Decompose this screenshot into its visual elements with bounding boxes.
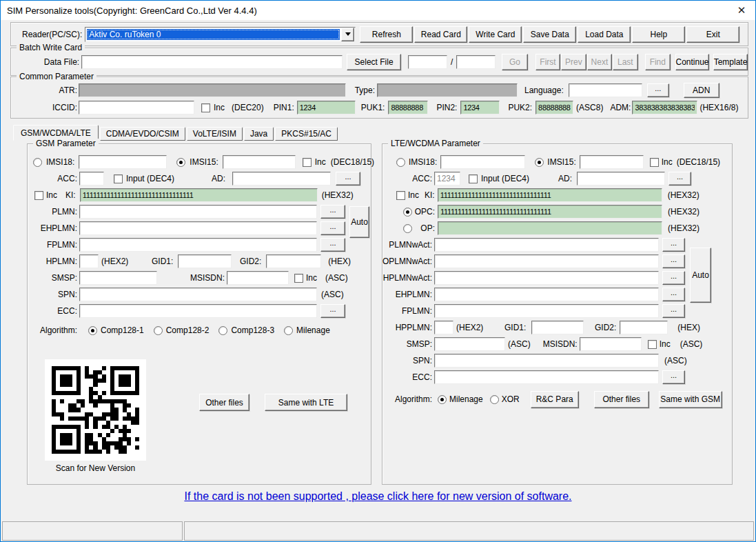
exit-button[interactable]: Exit [686, 26, 739, 43]
data-file-input[interactable] [81, 55, 343, 69]
lte-fplmn-browse-button[interactable]: ... [662, 304, 685, 318]
gsm-ehplmn-browse-button[interactable]: ... [320, 221, 345, 235]
lte-gid2-input[interactable] [620, 321, 668, 334]
adm-field[interactable] [632, 101, 697, 114]
pin1-field[interactable] [297, 101, 356, 114]
gsm-imsi18-radio[interactable] [33, 158, 42, 167]
lte-fplmn-input[interactable] [434, 304, 659, 318]
gsm-ad-input[interactable] [232, 172, 331, 185]
lte-hpplmn-input[interactable] [434, 321, 453, 334]
puk2-field[interactable] [535, 101, 573, 114]
language-browse-button[interactable]: ... [647, 83, 669, 97]
tab-java[interactable]: Java [244, 127, 274, 141]
reader-combobox[interactable]: Aktiv Co. ruToken 0 [85, 27, 356, 42]
lte-rc-para-button[interactable]: R&C Para [531, 391, 579, 408]
lte-op-input[interactable] [438, 221, 662, 235]
gsm-comp128-3-radio[interactable] [218, 326, 227, 335]
lte-plmnwact-browse-button[interactable]: ... [662, 238, 685, 252]
lte-hplmnwact-browse-button[interactable]: ... [662, 271, 685, 285]
gsm-msisdn-input[interactable] [227, 271, 289, 285]
next-button[interactable]: Next [587, 54, 612, 70]
gsm-imsi-inc-checkbox[interactable] [303, 158, 311, 167]
pin2-field[interactable] [460, 101, 500, 114]
footer-link[interactable]: If the card is not been supported , plea… [1, 490, 755, 503]
lte-ecc-input[interactable] [434, 370, 659, 384]
gsm-imsi15-input[interactable] [223, 155, 296, 169]
lte-msisdn-inc-checkbox[interactable] [648, 340, 657, 349]
help-button[interactable]: Help [632, 26, 685, 43]
first-button[interactable]: First [535, 54, 560, 70]
lte-acc-input[interactable] [434, 172, 460, 185]
save-data-button[interactable]: Save Data [523, 26, 576, 43]
load-data-button[interactable]: Load Data [578, 26, 631, 43]
gsm-spn-input[interactable] [79, 288, 317, 301]
iccid-input[interactable] [79, 101, 194, 114]
lte-spn-input[interactable] [434, 354, 659, 368]
refresh-button[interactable]: Refresh [360, 26, 413, 43]
lte-gid1-input[interactable] [531, 321, 584, 334]
adn-button[interactable]: ADN [684, 83, 719, 98]
gsm-ad-browse-button[interactable]: ... [336, 172, 360, 185]
continue-button[interactable]: Continue [675, 54, 709, 70]
gsm-ecc-input[interactable] [79, 304, 317, 318]
puk1-field[interactable] [388, 101, 428, 114]
find-button[interactable]: Find [645, 54, 671, 70]
page-current-input[interactable] [408, 55, 447, 69]
gsm-fplmn-browse-button[interactable]: ... [320, 238, 345, 252]
gsm-auto-button[interactable]: Auto [349, 206, 369, 238]
lte-ki-inc-checkbox[interactable] [396, 191, 405, 200]
gsm-ecc-browse-button[interactable]: ... [320, 304, 345, 318]
lte-xor-radio[interactable] [490, 395, 499, 404]
prev-button[interactable]: Prev [561, 54, 586, 70]
lte-hplmnwact-input[interactable] [434, 271, 659, 285]
gsm-acc-input[interactable] [79, 172, 104, 185]
gsm-plmn-input[interactable] [79, 205, 317, 219]
lte-same-with-gsm-button[interactable]: Same with GSM [659, 391, 722, 408]
lte-imsi15-radio[interactable] [535, 158, 544, 167]
lte-op-radio[interactable] [403, 224, 412, 233]
iccid-inc-checkbox[interactable] [201, 103, 210, 112]
tab-cdma-evdo-csim[interactable]: CDMA/EVDO/CSIM [100, 127, 185, 141]
lte-auto-button[interactable]: Auto [690, 248, 711, 303]
gsm-comp128-1-radio[interactable] [88, 326, 97, 335]
page-total-input[interactable] [456, 55, 496, 69]
gsm-ki-inc-checkbox[interactable] [34, 191, 43, 200]
lte-plmnwact-input[interactable] [434, 238, 659, 252]
chevron-down-icon[interactable] [341, 28, 354, 41]
last-button[interactable]: Last [613, 54, 637, 70]
lte-oplmnwact-browse-button[interactable]: ... [662, 254, 685, 268]
lte-acc-input-checkbox[interactable] [469, 174, 478, 183]
language-input[interactable] [569, 83, 642, 97]
gsm-hplmn-input[interactable] [79, 254, 99, 268]
close-button[interactable]: ✕ [728, 1, 755, 19]
read-card-button[interactable]: Read Card [414, 26, 467, 43]
tab-pkcs15-ac[interactable]: PKCS#15/AC [275, 127, 338, 141]
gsm-gid2-input[interactable] [266, 254, 321, 268]
lte-imsi18-input[interactable] [440, 155, 525, 169]
lte-opc-input[interactable] [438, 205, 662, 219]
lte-other-files-button[interactable]: Other files [594, 391, 649, 408]
gsm-plmn-browse-button[interactable]: ... [320, 205, 345, 219]
gsm-same-with-lte-button[interactable]: Same with LTE [265, 394, 347, 411]
gsm-ehplmn-input[interactable] [79, 221, 317, 235]
lte-milenage-radio[interactable] [438, 395, 447, 404]
lte-imsi18-radio[interactable] [396, 158, 405, 167]
gsm-ki-input[interactable] [80, 188, 318, 202]
lte-ecc-browse-button[interactable]: ... [662, 370, 685, 384]
lte-ehplmn-input[interactable] [434, 288, 659, 301]
lte-imsi-inc-checkbox[interactable] [650, 158, 659, 167]
gsm-milenage-radio[interactable] [284, 326, 293, 335]
select-file-button[interactable]: Select File [347, 54, 401, 70]
lte-smsp-input[interactable] [434, 337, 505, 351]
lte-opc-radio[interactable] [403, 208, 412, 217]
gsm-imsi15-radio[interactable] [176, 158, 185, 167]
go-button[interactable]: Go [502, 54, 527, 70]
gsm-fplmn-input[interactable] [79, 238, 317, 252]
lte-ehplmn-browse-button[interactable]: ... [662, 288, 685, 301]
gsm-comp128-2-radio[interactable] [154, 326, 163, 335]
write-card-button[interactable]: Write Card [469, 26, 522, 43]
gsm-smsp-input[interactable] [79, 271, 157, 285]
gsm-imsi18-input[interactable] [79, 155, 167, 169]
lte-ki-input[interactable] [438, 188, 662, 202]
tab-volte-isim[interactable]: VoLTE/ISIM [187, 127, 243, 141]
